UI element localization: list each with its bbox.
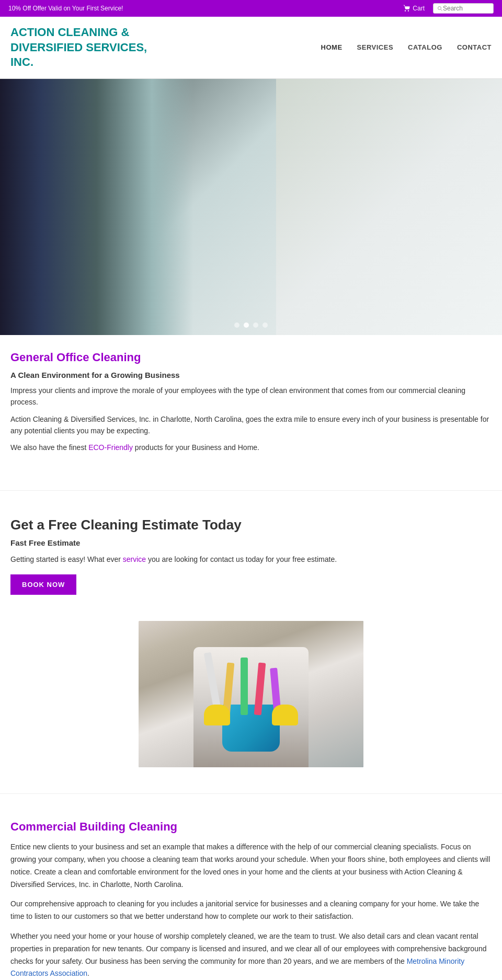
general-office-text3: We also have the finest ECO-Friendly pro…: [10, 442, 492, 453]
hero-dot-4[interactable]: [263, 322, 268, 328]
commercial-text2: Our comprehensive approach to cleaning f…: [10, 898, 492, 923]
cleaning-image: [139, 621, 363, 767]
general-office-text2: Action Cleaning & Diversified Services, …: [10, 413, 492, 437]
header: ACTION CLEANING & DIVERSIFIED SERVICES, …: [0, 17, 502, 79]
offer-text: 10% Off Offer Valid on Your First Servic…: [8, 5, 123, 12]
hero-dot-2[interactable]: [244, 322, 249, 328]
commercial-text3-suffix: .: [87, 969, 89, 977]
estimate-title: Get a Free Cleaning Estimate Today: [10, 517, 492, 533]
cart-link[interactable]: Cart: [403, 5, 425, 12]
estimate-text: Getting started is easy! What ever servi…: [10, 554, 492, 565]
hero-dots: [234, 322, 268, 328]
cart-label: Cart: [413, 5, 425, 12]
general-office-title: General Office Cleaning: [10, 351, 492, 364]
commercial-section: Commercial Building Cleaning Entice new …: [0, 810, 502, 980]
book-now-button[interactable]: BOOK NOW: [10, 574, 76, 595]
commercial-text1: Entice new clients to your business and …: [10, 841, 492, 891]
commercial-title: Commercial Building Cleaning: [10, 820, 492, 834]
hero-dot-1[interactable]: [234, 322, 239, 328]
eco-text-suffix: products for your Business and Home.: [133, 443, 259, 452]
cleaning-bucket: [222, 705, 280, 752]
search-input[interactable]: [443, 5, 490, 12]
search-icon: [437, 5, 443, 11]
supply-2: [241, 658, 248, 715]
glove-left: [204, 705, 230, 725]
nav-contact[interactable]: CONTACT: [457, 43, 492, 51]
section-divider-1: [0, 490, 502, 491]
nav-catalog[interactable]: CATALOG: [408, 43, 442, 51]
eco-text-prefix: We also have the finest: [10, 443, 88, 452]
hero-person-silhouette: [0, 79, 276, 335]
estimate-section: Get a Free Cleaning Estimate Today Fast …: [0, 506, 502, 610]
estimate-text-suffix: you are looking for contact us today for…: [146, 555, 337, 563]
general-office-text1: Impress your clients and improve the mor…: [10, 385, 492, 408]
hero-slider: [0, 79, 502, 335]
nav-home[interactable]: HOME: [321, 43, 343, 51]
hero-right-panel: [276, 79, 502, 335]
general-office-subtitle: A Clean Environment for a Growing Busine…: [10, 371, 492, 379]
glove-right: [272, 705, 298, 725]
commercial-text3: Whether you need your home or your house…: [10, 930, 492, 980]
estimate-text-prefix: Getting started is easy! What ever: [10, 555, 123, 563]
section-divider-2: [0, 793, 502, 794]
general-office-section: General Office Cleaning A Clean Environm…: [0, 335, 502, 475]
hero-dot-3[interactable]: [253, 322, 258, 328]
hero-image: [0, 79, 502, 335]
estimate-subtitle: Fast Free Estimate: [10, 538, 492, 547]
nav-services[interactable]: SERVICES: [357, 43, 394, 51]
service-link[interactable]: service: [123, 555, 146, 563]
main-nav: HOME SERVICES CATALOG CONTACT: [321, 43, 492, 51]
cart-icon: [403, 5, 410, 12]
top-bar: 10% Off Offer Valid on Your First Servic…: [0, 0, 502, 17]
cleaning-image-section: [0, 610, 502, 778]
search-box[interactable]: [433, 3, 494, 14]
top-bar-right: Cart: [403, 3, 494, 14]
logo[interactable]: ACTION CLEANING & DIVERSIFIED SERVICES, …: [10, 25, 157, 70]
hero-left-panel: [0, 79, 276, 335]
eco-friendly-link[interactable]: ECO-Friendly: [88, 443, 133, 452]
